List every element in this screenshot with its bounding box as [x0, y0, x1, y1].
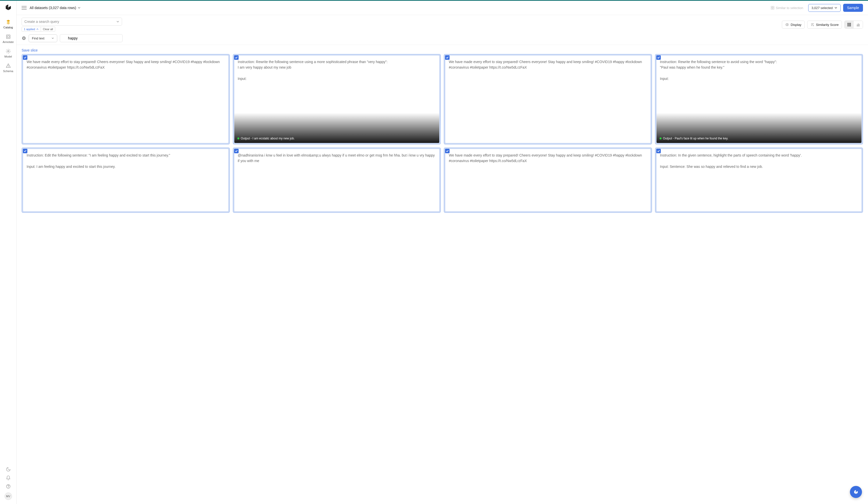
find-text-label: Find text — [32, 37, 44, 40]
moon-icon[interactable] — [6, 467, 11, 472]
grid-view-button[interactable] — [845, 21, 854, 28]
app-logo-icon — [5, 4, 12, 11]
card-output: Output - Paul's face lit up when he foun… — [657, 134, 862, 143]
card-text: Instruction: Edit the following sentence… — [23, 149, 228, 211]
help-icon[interactable] — [6, 484, 11, 489]
svg-point-4 — [8, 66, 8, 67]
svg-rect-1 — [7, 36, 9, 38]
svg-rect-12 — [771, 8, 772, 9]
card-output-text: Output - Paul's face lit up when he foun… — [663, 136, 728, 141]
card-checkbox[interactable] — [656, 149, 661, 153]
svg-rect-18 — [847, 23, 848, 24]
data-card[interactable]: Instruction: Rewrite the following sente… — [233, 54, 441, 144]
svg-rect-24 — [847, 25, 848, 27]
sidebar-item-label: Schema — [3, 70, 13, 73]
card-checkbox[interactable] — [23, 149, 27, 153]
card-output-text: Output - I am ecstatic about my new job. — [241, 136, 295, 141]
applied-filter-chip[interactable]: 1 applied — [22, 27, 41, 32]
similarity-label: Similarity Score — [816, 23, 839, 27]
sparkle-icon — [771, 6, 774, 10]
chevron-down-icon — [834, 6, 837, 9]
fab-button[interactable] — [850, 486, 862, 498]
sample-button[interactable]: Sample — [843, 4, 863, 12]
display-button[interactable]: Display — [782, 21, 805, 29]
chevron-down-icon — [116, 20, 119, 23]
display-label: Display — [790, 23, 802, 27]
text-search-input[interactable] — [60, 34, 123, 42]
card-checkbox[interactable] — [23, 55, 27, 60]
similar-to-selection-button: Similar to selection — [768, 4, 806, 11]
find-text-select[interactable]: Find text — [29, 34, 57, 42]
sort-icon — [810, 23, 815, 27]
data-card[interactable]: Instruction: Rewrite the following sente… — [655, 54, 863, 144]
svg-rect-26 — [850, 25, 851, 27]
card-checkbox[interactable] — [234, 55, 239, 60]
card-text: @nadhiranisrina i knw u feel in love wit… — [234, 149, 440, 211]
card-checkbox[interactable] — [234, 149, 239, 153]
card-checkbox[interactable] — [445, 149, 450, 153]
card-text: Instruction: Rewrite the following sente… — [657, 55, 862, 143]
model-icon — [6, 49, 11, 54]
svg-rect-25 — [849, 25, 850, 27]
bar-chart-icon — [856, 23, 860, 27]
applied-label: 1 applied — [24, 28, 35, 31]
svg-rect-30 — [859, 24, 859, 26]
svg-rect-20 — [850, 23, 851, 24]
card-checkbox[interactable] — [445, 55, 450, 60]
hamburger-icon[interactable] — [22, 6, 27, 10]
status-dot-icon — [237, 137, 239, 140]
chevron-up-icon — [36, 28, 39, 30]
data-card[interactable]: Instruction: In the given sentence, high… — [655, 147, 863, 213]
cube-icon — [853, 489, 859, 495]
svg-point-2 — [8, 51, 9, 52]
search-query-input[interactable]: Create a search query — [22, 18, 122, 25]
data-card[interactable]: We have made every effort to stay prepar… — [444, 147, 652, 213]
topbar: All datasets (3,027 data rows) Similar t… — [17, 1, 868, 15]
svg-rect-29 — [858, 24, 858, 26]
selected-count-button[interactable]: 3,027 selected — [808, 4, 841, 12]
card-checkbox[interactable] — [656, 55, 661, 60]
avatar[interactable]: MV — [4, 492, 12, 500]
svg-rect-10 — [771, 6, 772, 8]
grid-icon — [847, 23, 851, 27]
svg-rect-0 — [6, 35, 10, 39]
data-card[interactable]: We have made every effort to stay prepar… — [444, 54, 652, 144]
card-text: We have made every effort to stay prepar… — [445, 55, 651, 143]
dataset-select[interactable]: All datasets (3,027 data rows) — [30, 6, 81, 10]
svg-point-6 — [8, 487, 8, 488]
selected-label: 3,027 selected — [812, 6, 833, 10]
sidebar-item-annotate[interactable]: Annotate — [0, 31, 16, 46]
filterbar: Create a search query 1 applied Clear al… — [17, 15, 868, 45]
card-text: Instruction: Rewrite the following sente… — [234, 55, 440, 143]
clear-filter-icon[interactable] — [22, 36, 26, 40]
svg-rect-13 — [773, 8, 774, 9]
card-text: We have made every effort to stay prepar… — [23, 55, 228, 143]
data-card[interactable]: @nadhiranisrina i knw u feel in love wit… — [233, 147, 441, 213]
sidebar: Catalog Annotate Model Schema — [0, 1, 17, 504]
sidebar-item-label: Model — [4, 55, 12, 58]
data-card[interactable]: Instruction: Edit the following sentence… — [22, 147, 230, 213]
svg-rect-22 — [849, 24, 850, 25]
dataset-label: All datasets (3,027 data rows) — [30, 6, 76, 10]
svg-rect-28 — [857, 24, 857, 26]
svg-rect-11 — [773, 6, 774, 8]
sidebar-item-schema[interactable]: Schema — [0, 61, 16, 75]
clear-all-label: Clear all — [43, 28, 53, 31]
similarity-score-button[interactable]: Similarity Score — [807, 21, 842, 29]
chevron-down-icon — [51, 37, 54, 40]
catalog-icon — [6, 19, 11, 25]
sidebar-item-model[interactable]: Model — [0, 46, 16, 61]
save-slice-link[interactable]: Save slice — [22, 48, 38, 52]
status-dot-icon — [660, 137, 662, 140]
avatar-label: MV — [6, 495, 10, 498]
svg-rect-23 — [850, 24, 851, 25]
sidebar-item-label: Annotate — [2, 40, 13, 43]
chart-view-button[interactable] — [854, 21, 863, 28]
bell-icon[interactable] — [6, 475, 11, 480]
sidebar-item-catalog[interactable]: Catalog — [0, 17, 16, 31]
chevron-down-icon — [78, 6, 81, 9]
clear-all-button[interactable]: Clear all — [41, 27, 55, 32]
data-card[interactable]: We have made every effort to stay prepar… — [22, 54, 230, 144]
card-text: We have made every effort to stay prepar… — [445, 149, 651, 211]
sidebar-item-label: Catalog — [3, 26, 13, 29]
